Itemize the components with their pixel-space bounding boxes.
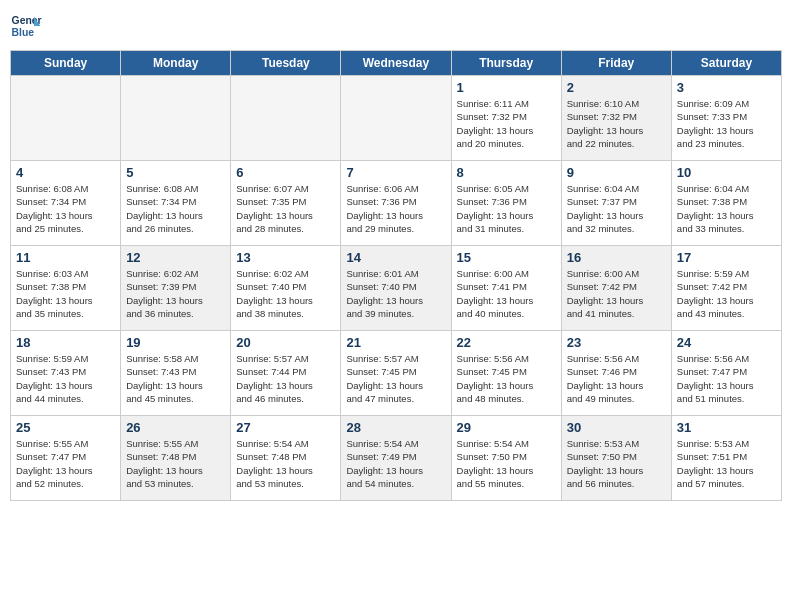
day-info: Sunrise: 5:57 AM Sunset: 7:45 PM Dayligh… [346, 352, 445, 405]
calendar-cell: 11Sunrise: 6:03 AM Sunset: 7:38 PM Dayli… [11, 246, 121, 331]
calendar-cell: 13Sunrise: 6:02 AM Sunset: 7:40 PM Dayli… [231, 246, 341, 331]
day-number: 17 [677, 250, 776, 265]
svg-text:Blue: Blue [12, 27, 35, 38]
calendar-cell: 4Sunrise: 6:08 AM Sunset: 7:34 PM Daylig… [11, 161, 121, 246]
day-number: 13 [236, 250, 335, 265]
calendar-cell: 3Sunrise: 6:09 AM Sunset: 7:33 PM Daylig… [671, 76, 781, 161]
calendar-cell [121, 76, 231, 161]
calendar-cell: 24Sunrise: 5:56 AM Sunset: 7:47 PM Dayli… [671, 331, 781, 416]
day-number: 21 [346, 335, 445, 350]
day-info: Sunrise: 5:56 AM Sunset: 7:46 PM Dayligh… [567, 352, 666, 405]
day-number: 6 [236, 165, 335, 180]
calendar-cell: 26Sunrise: 5:55 AM Sunset: 7:48 PM Dayli… [121, 416, 231, 501]
day-number: 11 [16, 250, 115, 265]
calendar-cell: 17Sunrise: 5:59 AM Sunset: 7:42 PM Dayli… [671, 246, 781, 331]
week-row-4: 25Sunrise: 5:55 AM Sunset: 7:47 PM Dayli… [11, 416, 782, 501]
day-info: Sunrise: 5:59 AM Sunset: 7:42 PM Dayligh… [677, 267, 776, 320]
calendar-cell: 12Sunrise: 6:02 AM Sunset: 7:39 PM Dayli… [121, 246, 231, 331]
header-tuesday: Tuesday [231, 51, 341, 76]
day-info: Sunrise: 6:07 AM Sunset: 7:35 PM Dayligh… [236, 182, 335, 235]
calendar-cell: 21Sunrise: 5:57 AM Sunset: 7:45 PM Dayli… [341, 331, 451, 416]
header-sunday: Sunday [11, 51, 121, 76]
day-info: Sunrise: 5:56 AM Sunset: 7:45 PM Dayligh… [457, 352, 556, 405]
calendar-cell: 15Sunrise: 6:00 AM Sunset: 7:41 PM Dayli… [451, 246, 561, 331]
day-number: 7 [346, 165, 445, 180]
logo: General Blue [10, 10, 42, 42]
day-number: 29 [457, 420, 556, 435]
day-info: Sunrise: 5:53 AM Sunset: 7:50 PM Dayligh… [567, 437, 666, 490]
day-number: 9 [567, 165, 666, 180]
week-row-2: 11Sunrise: 6:03 AM Sunset: 7:38 PM Dayli… [11, 246, 782, 331]
header-wednesday: Wednesday [341, 51, 451, 76]
calendar-cell: 10Sunrise: 6:04 AM Sunset: 7:38 PM Dayli… [671, 161, 781, 246]
day-number: 5 [126, 165, 225, 180]
day-number: 20 [236, 335, 335, 350]
calendar-cell: 1Sunrise: 6:11 AM Sunset: 7:32 PM Daylig… [451, 76, 561, 161]
week-row-1: 4Sunrise: 6:08 AM Sunset: 7:34 PM Daylig… [11, 161, 782, 246]
calendar-cell: 8Sunrise: 6:05 AM Sunset: 7:36 PM Daylig… [451, 161, 561, 246]
day-info: Sunrise: 5:53 AM Sunset: 7:51 PM Dayligh… [677, 437, 776, 490]
page-header: General Blue [10, 10, 782, 42]
day-info: Sunrise: 6:02 AM Sunset: 7:39 PM Dayligh… [126, 267, 225, 320]
calendar-cell: 20Sunrise: 5:57 AM Sunset: 7:44 PM Dayli… [231, 331, 341, 416]
day-info: Sunrise: 6:03 AM Sunset: 7:38 PM Dayligh… [16, 267, 115, 320]
day-number: 24 [677, 335, 776, 350]
calendar-cell: 18Sunrise: 5:59 AM Sunset: 7:43 PM Dayli… [11, 331, 121, 416]
day-info: Sunrise: 6:04 AM Sunset: 7:38 PM Dayligh… [677, 182, 776, 235]
calendar-cell: 31Sunrise: 5:53 AM Sunset: 7:51 PM Dayli… [671, 416, 781, 501]
day-info: Sunrise: 6:05 AM Sunset: 7:36 PM Dayligh… [457, 182, 556, 235]
calendar-cell [11, 76, 121, 161]
day-number: 23 [567, 335, 666, 350]
day-number: 31 [677, 420, 776, 435]
day-info: Sunrise: 6:08 AM Sunset: 7:34 PM Dayligh… [16, 182, 115, 235]
day-info: Sunrise: 6:06 AM Sunset: 7:36 PM Dayligh… [346, 182, 445, 235]
calendar-cell: 29Sunrise: 5:54 AM Sunset: 7:50 PM Dayli… [451, 416, 561, 501]
calendar-cell: 25Sunrise: 5:55 AM Sunset: 7:47 PM Dayli… [11, 416, 121, 501]
week-row-0: 1Sunrise: 6:11 AM Sunset: 7:32 PM Daylig… [11, 76, 782, 161]
day-number: 4 [16, 165, 115, 180]
calendar-cell: 6Sunrise: 6:07 AM Sunset: 7:35 PM Daylig… [231, 161, 341, 246]
day-info: Sunrise: 6:09 AM Sunset: 7:33 PM Dayligh… [677, 97, 776, 150]
header-monday: Monday [121, 51, 231, 76]
day-info: Sunrise: 6:00 AM Sunset: 7:42 PM Dayligh… [567, 267, 666, 320]
day-info: Sunrise: 5:59 AM Sunset: 7:43 PM Dayligh… [16, 352, 115, 405]
calendar-cell: 27Sunrise: 5:54 AM Sunset: 7:48 PM Dayli… [231, 416, 341, 501]
day-number: 8 [457, 165, 556, 180]
calendar-table: SundayMondayTuesdayWednesdayThursdayFrid… [10, 50, 782, 501]
day-number: 12 [126, 250, 225, 265]
calendar-cell: 7Sunrise: 6:06 AM Sunset: 7:36 PM Daylig… [341, 161, 451, 246]
calendar-header-row: SundayMondayTuesdayWednesdayThursdayFrid… [11, 51, 782, 76]
calendar-cell: 23Sunrise: 5:56 AM Sunset: 7:46 PM Dayli… [561, 331, 671, 416]
calendar-cell: 30Sunrise: 5:53 AM Sunset: 7:50 PM Dayli… [561, 416, 671, 501]
day-number: 1 [457, 80, 556, 95]
day-info: Sunrise: 5:55 AM Sunset: 7:48 PM Dayligh… [126, 437, 225, 490]
day-info: Sunrise: 5:54 AM Sunset: 7:48 PM Dayligh… [236, 437, 335, 490]
day-info: Sunrise: 6:08 AM Sunset: 7:34 PM Dayligh… [126, 182, 225, 235]
day-info: Sunrise: 6:01 AM Sunset: 7:40 PM Dayligh… [346, 267, 445, 320]
calendar-cell: 9Sunrise: 6:04 AM Sunset: 7:37 PM Daylig… [561, 161, 671, 246]
calendar-cell: 5Sunrise: 6:08 AM Sunset: 7:34 PM Daylig… [121, 161, 231, 246]
day-number: 14 [346, 250, 445, 265]
day-info: Sunrise: 5:55 AM Sunset: 7:47 PM Dayligh… [16, 437, 115, 490]
day-number: 18 [16, 335, 115, 350]
day-info: Sunrise: 5:58 AM Sunset: 7:43 PM Dayligh… [126, 352, 225, 405]
calendar-cell: 28Sunrise: 5:54 AM Sunset: 7:49 PM Dayli… [341, 416, 451, 501]
header-saturday: Saturday [671, 51, 781, 76]
day-info: Sunrise: 5:57 AM Sunset: 7:44 PM Dayligh… [236, 352, 335, 405]
header-thursday: Thursday [451, 51, 561, 76]
calendar-cell: 19Sunrise: 5:58 AM Sunset: 7:43 PM Dayli… [121, 331, 231, 416]
day-number: 16 [567, 250, 666, 265]
header-friday: Friday [561, 51, 671, 76]
day-number: 15 [457, 250, 556, 265]
day-info: Sunrise: 6:11 AM Sunset: 7:32 PM Dayligh… [457, 97, 556, 150]
day-info: Sunrise: 6:10 AM Sunset: 7:32 PM Dayligh… [567, 97, 666, 150]
day-info: Sunrise: 6:04 AM Sunset: 7:37 PM Dayligh… [567, 182, 666, 235]
calendar-cell [231, 76, 341, 161]
calendar-cell: 22Sunrise: 5:56 AM Sunset: 7:45 PM Dayli… [451, 331, 561, 416]
calendar-cell: 2Sunrise: 6:10 AM Sunset: 7:32 PM Daylig… [561, 76, 671, 161]
day-number: 27 [236, 420, 335, 435]
day-number: 10 [677, 165, 776, 180]
calendar-cell: 16Sunrise: 6:00 AM Sunset: 7:42 PM Dayli… [561, 246, 671, 331]
day-info: Sunrise: 6:00 AM Sunset: 7:41 PM Dayligh… [457, 267, 556, 320]
calendar-cell [341, 76, 451, 161]
